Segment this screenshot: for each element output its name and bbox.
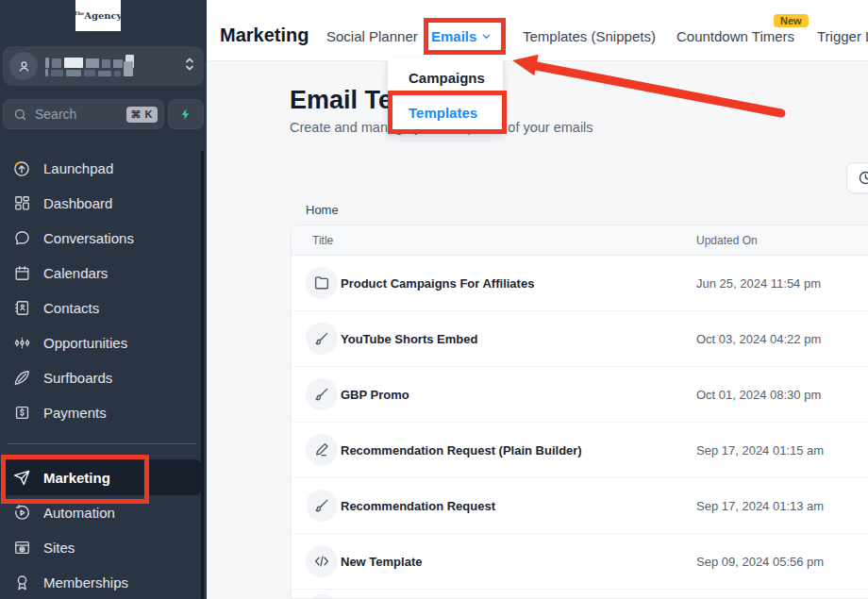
- sidebar-item-label: Marketing: [43, 470, 110, 486]
- redacted-account-name: [45, 56, 185, 77]
- sidebar-item-label: Payments: [43, 405, 107, 421]
- tab-emails[interactable]: Emails: [431, 28, 492, 44]
- template-title: New Template: [341, 555, 422, 569]
- breadcrumb[interactable]: Home: [306, 203, 339, 217]
- tab-templates-snippets[interactable]: Templates (Snippets): [523, 28, 656, 44]
- sidebar-item-label: Dashboard: [43, 195, 112, 211]
- sidebar-item-calendars[interactable]: Calendars: [0, 256, 202, 291]
- sidebar-item-label: Opportunities: [43, 335, 127, 351]
- table-row[interactable]: Product Campaigns For Affiliates Jun 25,…: [292, 256, 868, 311]
- search-input[interactable]: Search ⌘ K: [3, 99, 164, 129]
- address-book-icon: [12, 299, 31, 317]
- sites-icon: [12, 539, 31, 557]
- sidebar-item-surfboards[interactable]: Surfboards: [0, 360, 202, 395]
- account-avatar: [9, 52, 38, 80]
- sidebar-item-label: Automation: [43, 505, 115, 521]
- template-title: Recommendation Request: [341, 499, 495, 513]
- agency-logo: TheAgency: [75, 0, 121, 31]
- person-pin-icon: [16, 58, 32, 75]
- template-updated: Sep 17, 2024 01:15 am: [696, 443, 824, 458]
- template-updated: Sep 09, 2024 05:56 pm: [696, 555, 824, 569]
- tab-countdown-timers[interactable]: Countdown Timers: [676, 28, 794, 44]
- calendar-icon: [12, 264, 31, 282]
- template-title: Recommendation Request (Plain Builder): [341, 443, 582, 458]
- dropdown-item-templates[interactable]: Templates: [409, 105, 477, 121]
- brush-icon: [306, 323, 338, 355]
- template-updated: Sep 17, 2024 01:13 am: [696, 499, 824, 513]
- section-title: Marketing: [220, 25, 309, 46]
- sidebar-item-launchpad[interactable]: Launchpad: [0, 151, 202, 186]
- sidebar-item-label: Contacts: [43, 300, 99, 316]
- table-row[interactable]: Recommendation Request (Plain Builder) S…: [292, 423, 868, 478]
- sidebar-item-sites[interactable]: Sites: [0, 530, 202, 565]
- marketing-send-icon: [12, 469, 31, 487]
- account-switcher[interactable]: [3, 46, 204, 86]
- sidebar-item-opportunities[interactable]: Opportunities: [0, 325, 202, 360]
- sidebar-item-contacts[interactable]: Contacts: [0, 291, 202, 325]
- sidebar: TheAgency: [0, 0, 207, 599]
- brush-icon: [306, 490, 338, 522]
- sidebar-item-label: Conversations: [43, 230, 134, 246]
- memberships-ribbon-icon: [12, 574, 31, 591]
- column-header-title: Title: [312, 234, 333, 247]
- tab-social-planner[interactable]: Social Planner: [326, 28, 418, 44]
- tab-emails-label: Emails: [431, 28, 476, 44]
- search-placeholder: Search: [35, 107, 126, 122]
- template-title: YouTube Shorts Embed: [341, 332, 477, 346]
- sidebar-divider: [8, 443, 196, 444]
- sidebar-item-conversations[interactable]: Conversations: [0, 221, 202, 256]
- sidebar-item-dashboard[interactable]: Dashboard: [0, 186, 202, 221]
- switcher-chevrons-icon: [185, 57, 194, 75]
- sidebar-item-memberships[interactable]: Memberships: [0, 565, 202, 599]
- folder-icon: [306, 267, 338, 299]
- launchpad-icon: [12, 159, 31, 178]
- topbar: Marketing Social Planner Emails Template…: [207, 0, 868, 61]
- search-shortcut-badge: ⌘ K: [126, 107, 159, 123]
- sidebar-item-automation[interactable]: Automation: [0, 495, 202, 530]
- tab-trigger-links[interactable]: Trigger Links: [817, 28, 868, 44]
- templates-table: Title Updated On Product Campaigns For A…: [291, 225, 868, 599]
- sidebar-scrollbar[interactable]: [201, 151, 204, 599]
- sidebar-item-label: Calendars: [43, 265, 108, 281]
- dashboard-icon: [12, 194, 31, 212]
- code-icon: [306, 545, 338, 577]
- sidebar-item-label: Sites: [43, 540, 75, 556]
- template-updated: Oct 03, 2024 04:22 pm: [696, 332, 821, 346]
- dropdown-item-campaigns[interactable]: Campaigns: [409, 70, 485, 86]
- clock-icon: [858, 170, 868, 186]
- agency-logo-text: TheAgency: [75, 10, 123, 21]
- table-row[interactable]: Recommendation Request Sep 17, 2024 01:1…: [292, 478, 868, 534]
- brush-icon: [306, 378, 338, 410]
- template-updated: Oct 01, 2024 08:30 pm: [696, 388, 821, 402]
- new-feature-badge: New: [774, 14, 809, 27]
- column-header-updated-on: Updated On: [696, 234, 758, 247]
- quick-actions-button[interactable]: [168, 99, 204, 129]
- template-title: GBP Promo: [341, 388, 409, 402]
- table-row[interactable]: YouTube Shorts Embed Oct 03, 2024 04:22 …: [292, 311, 868, 367]
- sidebar-item-label: Surfboards: [43, 370, 112, 386]
- template-title: Product Campaigns For Affiliates: [341, 276, 534, 291]
- main-content: Email Templates Create and manage your t…: [207, 61, 868, 599]
- chevron-down-icon: [481, 31, 492, 42]
- partial-row-icon: [306, 594, 338, 599]
- sidebar-item-payments[interactable]: Payments: [0, 395, 202, 430]
- chat-bubble-icon: [12, 229, 31, 247]
- sidebar-item-label: Memberships: [43, 574, 128, 591]
- payments-icon: [12, 404, 31, 422]
- template-updated: Jun 25, 2024 11:54 pm: [696, 276, 821, 291]
- sidebar-item-label: Launchpad: [43, 160, 113, 176]
- table-row[interactable]: GBP Promo Oct 01, 2024 08:30 pm: [292, 367, 868, 423]
- automation-icon: [12, 504, 31, 522]
- table-header: Title Updated On: [292, 225, 868, 256]
- search-icon: [13, 108, 27, 122]
- history-button[interactable]: [846, 162, 868, 193]
- sidebar-item-marketing[interactable]: Marketing: [0, 459, 202, 495]
- opportunities-nodes-icon: [12, 334, 31, 352]
- surfboard-icon: [12, 369, 31, 387]
- lightning-bolt-icon: [179, 107, 192, 122]
- emails-dropdown-menu: Campaigns Templates: [388, 58, 503, 134]
- pencil-icon: [306, 434, 338, 466]
- table-row[interactable]: New Template Sep 09, 2024 05:56 pm: [292, 534, 868, 590]
